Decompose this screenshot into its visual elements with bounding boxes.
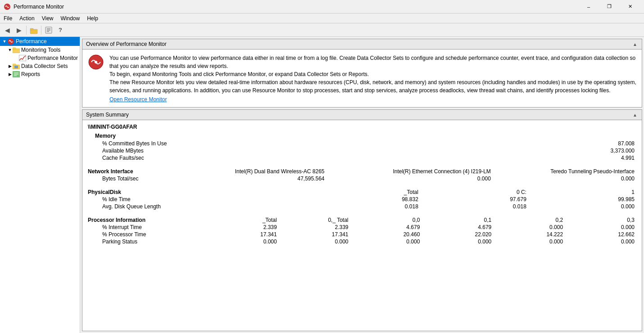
table-row: Network Interface Intel(R) Dual Band Wir… — [88, 168, 636, 175]
processor-table: Processor Information _Total 0,_ Total 0… — [88, 216, 636, 245]
proc-row-val-0-3: 4.679 — [422, 224, 493, 231]
summary-header: System Summary ▲ — [82, 110, 642, 120]
help-button[interactable]: ? — [55, 25, 66, 36]
summary-body: \\MININT-GG0AFAR Memory % Committed Byte… — [82, 120, 642, 331]
memory-val-1: 3,373.000 — [467, 147, 636, 154]
memory-header: Memory — [95, 133, 636, 139]
summary-header-title: System Summary — [86, 112, 129, 118]
proc-row-label-1: % Processor Time — [88, 231, 207, 238]
expand-arrow-performance[interactable]: ▼ — [2, 39, 7, 44]
overview-icon — [88, 54, 104, 70]
sidebar-item-reports[interactable]: ▶ Reports — [0, 70, 80, 78]
svg-rect-2 — [30, 28, 33, 30]
proc-row-label-2: Parking Status — [88, 238, 207, 245]
proc-header-label: Processor Information — [88, 216, 207, 224]
app-icon — [4, 3, 11, 10]
disk-row-label-1: Avg. Disk Queue Length — [88, 203, 312, 210]
open-resource-monitor-link[interactable]: Open Resource Monitor — [109, 96, 167, 103]
properties-button[interactable] — [43, 25, 54, 36]
proc-row-val-1-5: 12.662 — [565, 231, 636, 238]
proc-row-val-0-4: 0.000 — [493, 224, 565, 231]
svg-rect-12 — [13, 64, 16, 66]
table-row: Parking Status 0.000 0.000 0.000 0.000 0… — [88, 238, 636, 245]
overview-header: Overview of Performance Monitor ▲ — [82, 39, 642, 50]
window-controls: – ❐ ✕ — [578, 0, 640, 14]
summary-scroll-up[interactable]: ▲ — [632, 112, 638, 118]
network-row-val-0-2: 0.000 — [493, 175, 636, 182]
menu-action[interactable]: Action — [16, 14, 38, 23]
machine-name: \\MININT-GG0AFAR — [88, 124, 636, 130]
memory-label-1: Available MBytes — [88, 147, 467, 154]
proc-row-val-1-4: 14.222 — [493, 231, 565, 238]
network-header-label: Network Interface — [88, 168, 174, 175]
menu-window[interactable]: Window — [57, 14, 84, 23]
network-col-3: Teredo Tunneling Pseudo-Interface — [493, 168, 636, 175]
proc-row-val-2-5: 0.000 — [565, 238, 636, 245]
memory-val-0: 87.008 — [467, 140, 636, 147]
table-row: % Committed Bytes In Use 87.008 — [88, 140, 636, 147]
disk-col-3: 1 — [528, 189, 636, 196]
memory-val-2: 4.991 — [467, 154, 636, 162]
proc-col-1: _Total — [207, 216, 279, 224]
overview-scroll-up[interactable]: ▲ — [632, 41, 638, 47]
expand-arrow-dcs[interactable]: ▶ — [7, 64, 13, 68]
up-folder-button[interactable] — [28, 25, 39, 36]
proc-col-3: 0,0 — [350, 216, 422, 224]
forward-button[interactable]: ▶ — [14, 25, 24, 36]
menu-file[interactable]: File — [0, 14, 16, 23]
content-area: Overview of Performance Monitor ▲ You ca… — [80, 37, 644, 333]
proc-row-val-2-3: 0.000 — [422, 238, 493, 245]
table-row: % Interrupt Time 2.339 2.339 4.679 4.679… — [88, 224, 636, 231]
disk-col-2: 0 C: — [420, 189, 528, 196]
sidebar-item-label-performance: Performance — [16, 38, 47, 45]
menu-bar: File Action View Window Help — [0, 14, 644, 23]
back-button[interactable]: ◀ — [2, 25, 13, 36]
overview-content: You can use Performance Monitor to view … — [82, 50, 642, 107]
svg-rect-10 — [19, 55, 26, 61]
sidebar-item-performance-monitor[interactable]: ▶ Performance Monitor — [0, 54, 80, 62]
main-layout: ▼ Performance ▼ Monitoring Tools ▶ Perfo… — [0, 37, 644, 333]
disk-header-label: PhysicalDisk — [88, 189, 312, 196]
svg-rect-13 — [14, 66, 18, 68]
svg-rect-9 — [13, 48, 16, 50]
sidebar-item-monitoring-tools[interactable]: ▼ Monitoring Tools — [0, 46, 80, 54]
sidebar-item-label-pm: Performance Monitor — [27, 55, 78, 61]
proc-row-val-0-2: 4.679 — [350, 224, 422, 231]
sidebar-item-data-collector[interactable]: ▶ Data Collector Sets — [0, 62, 80, 70]
table-row: Available MBytes 3,373.000 — [88, 147, 636, 154]
expand-arrow-reports[interactable]: ▶ — [7, 72, 13, 76]
toolbar: ◀ ▶ ? — [0, 23, 644, 37]
menu-view[interactable]: View — [38, 14, 57, 23]
sidebar-item-label-monitoring: Monitoring Tools — [21, 47, 60, 53]
minimize-button[interactable]: – — [578, 0, 599, 14]
disk-row-val-0-2: 99.985 — [528, 196, 636, 203]
restore-button[interactable]: ❐ — [599, 0, 620, 14]
close-button[interactable]: ✕ — [620, 0, 640, 14]
network-table: Network Interface Intel(R) Dual Band Wir… — [88, 168, 636, 182]
disk-row-val-1-1: 0.018 — [420, 203, 528, 210]
disk-col-1: _Total — [312, 189, 420, 196]
window-title: Performance Monitor — [14, 4, 578, 10]
network-col-2: Intel(R) Ethernet Connection (4) I219-LM — [327, 168, 493, 175]
overview-text-block: You can use Performance Monitor to view … — [109, 54, 636, 103]
proc-row-label-0: % Interrupt Time — [88, 224, 207, 231]
menu-help[interactable]: Help — [83, 14, 102, 23]
proc-row-val-1-0: 17.341 — [207, 231, 279, 238]
sidebar-item-performance[interactable]: ▼ Performance — [0, 37, 80, 46]
network-row-val-0-1: 0.000 — [327, 175, 493, 182]
overview-para2: To begin, expand Monitoring Tools and cl… — [109, 70, 636, 78]
proc-row-val-2-4: 0.000 — [493, 238, 565, 245]
proc-row-val-0-5: 0.000 — [565, 224, 636, 231]
table-row: Avg. Disk Queue Length 0.018 0.018 0.000 — [88, 203, 636, 210]
table-row: PhysicalDisk _Total 0 C: 1 — [88, 189, 636, 196]
proc-col-6: 0,3 — [565, 216, 636, 224]
expand-arrow-monitoring[interactable]: ▼ — [7, 48, 13, 52]
disk-row-val-0-0: 98.832 — [312, 196, 420, 203]
proc-row-val-1-1: 17.341 — [279, 231, 350, 238]
sidebar-item-label-reports: Reports — [21, 71, 40, 77]
proc-row-val-2-1: 0.000 — [279, 238, 350, 245]
disk-row-val-1-0: 0.018 — [312, 203, 420, 210]
memory-label-2: Cache Faults/sec — [88, 154, 467, 162]
overview-para1: You can use Performance Monitor to view … — [109, 54, 636, 70]
network-col-1: Intel(R) Dual Band Wireless-AC 8265 — [174, 168, 327, 175]
